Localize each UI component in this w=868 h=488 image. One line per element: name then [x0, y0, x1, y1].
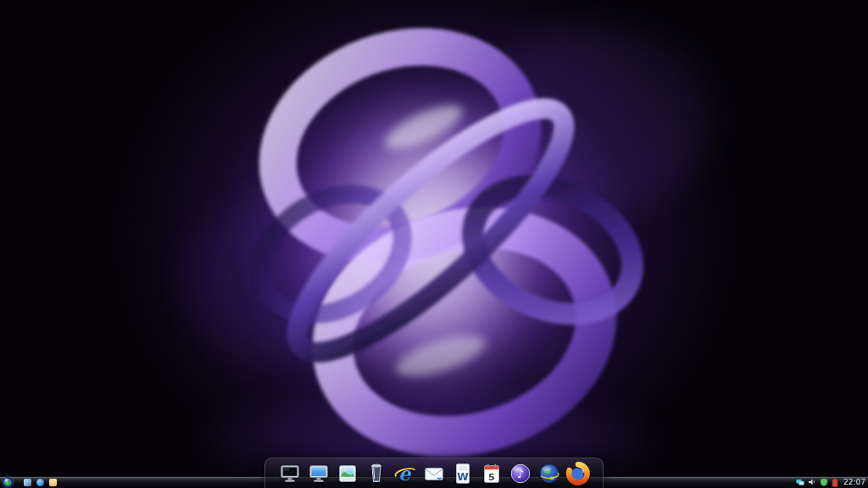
music-player-icon: ♪ [508, 461, 533, 486]
network-icon[interactable] [796, 478, 804, 486]
music-note-glyph: ♪ [517, 468, 524, 480]
dock-item-display[interactable] [306, 461, 331, 486]
dock-item-firefox[interactable] [565, 461, 591, 486]
internet-explorer-quick-icon[interactable] [36, 479, 44, 486]
dock-item-recycle-bin[interactable] [364, 461, 389, 486]
volume-icon[interactable] [808, 478, 816, 486]
mail-icon [421, 461, 447, 486]
dock-item-computer[interactable] [277, 461, 303, 486]
dock-item-internet-explorer[interactable]: e [392, 461, 418, 486]
recycle-bin-glass-icon [364, 461, 389, 486]
start-button[interactable] [3, 477, 13, 487]
calendar-day-number: 5 [488, 472, 495, 483]
firefox-icon [565, 461, 591, 486]
calendar-icon: 5 [479, 461, 504, 486]
dock-item-music-player[interactable]: ♪ [508, 461, 533, 486]
desktop[interactable]: e W 5 [0, 0, 868, 488]
dock-item-calendar[interactable]: 5 [479, 461, 504, 486]
globe-icon [537, 461, 562, 486]
security-shield-icon[interactable] [820, 478, 828, 486]
dock-item-mail[interactable] [421, 461, 447, 486]
internet-explorer-icon: e [392, 461, 418, 486]
abstract-purple-swirl-wallpaper [0, 0, 868, 488]
system-tray: 22:07 [796, 476, 865, 488]
word-document-icon: W [450, 461, 476, 486]
dock: e W 5 [264, 458, 604, 488]
computer-monitor-icon [277, 461, 303, 486]
show-desktop-icon[interactable] [24, 479, 31, 486]
taskbar-clock[interactable]: 22:07 [842, 476, 865, 488]
dock-item-word[interactable]: W [450, 461, 476, 486]
wallpaper [0, 0, 868, 488]
dock-item-pictures[interactable] [335, 461, 360, 486]
word-letter: W [457, 471, 469, 483]
dock-item-globe[interactable] [537, 461, 562, 486]
ie-letter-e: e [398, 463, 412, 485]
battery-icon[interactable] [832, 478, 838, 487]
file-explorer-quick-icon[interactable] [49, 479, 57, 486]
computer-display-icon [306, 461, 331, 486]
quick-launch-bar [24, 479, 57, 486]
pictures-window-icon [335, 461, 360, 486]
